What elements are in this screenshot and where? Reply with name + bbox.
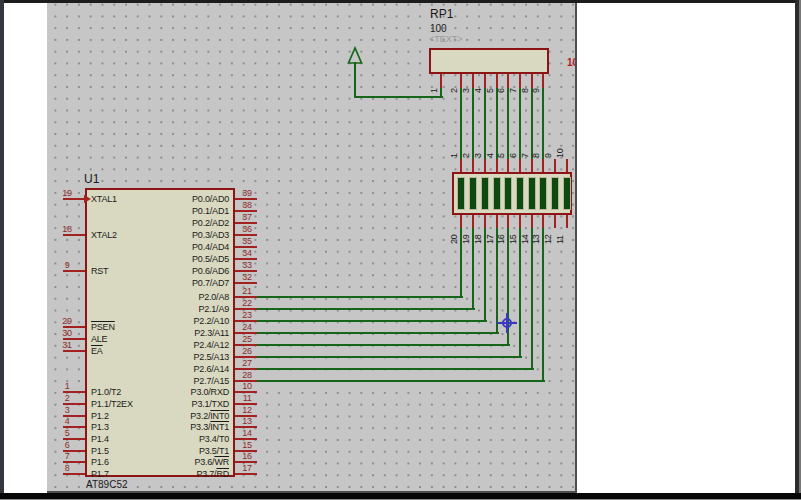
bargraph-pin-1[interactable] [460,159,462,172]
chip-pin-number: 36 [236,224,258,234]
chip-pin-number: 11 [236,393,258,403]
respack-pin-10-number: 10 [567,57,577,68]
wire-p2-0[interactable] [257,296,463,298]
chip-pin-number: 24 [236,322,258,332]
wire-p2-5[interactable] [519,227,521,358]
window-border-top [0,0,801,3]
window-border-bottom [0,493,801,500]
chip-pin-number: 21 [236,286,258,296]
chip-body[interactable]: XTAL1XTAL2RSTPSENALEEAP1.0/T2P1.1/T2EXP1… [85,188,235,477]
chip-pin-name: P2.3/A11 [194,328,229,338]
chip-pin-8[interactable] [63,473,85,475]
bargraph-pin-2[interactable] [472,159,474,172]
bargraph-pin-4[interactable] [496,159,498,172]
chip-pin-number: 9 [56,260,78,270]
respack-pin-number: 5 [485,72,496,93]
schematic-canvas[interactable]: U1 XTAL1XTAL2RSTPSENALEEAP1.0/T2P1.1/T2E… [47,3,577,493]
chip-pin-number: 4 [56,416,78,426]
chip-pin-9[interactable] [63,270,85,272]
bargraph-pin-8[interactable] [542,159,544,172]
chip-pin-number: 37 [236,212,258,222]
chip-pin-number: 29 [56,316,78,326]
wire-p2-7[interactable] [542,227,544,382]
chip-pin-number: 14 [236,428,258,438]
chip-pin-number: 33 [236,260,258,270]
bargraph-pin-number: 10 [555,136,566,158]
chip-pin-number: 17 [236,463,258,473]
chip-pin-name: P0.3/AD3 [192,230,229,240]
respack-text-placeholder: <TEXT> [429,35,463,44]
chip-pin-18[interactable] [63,234,85,236]
respack-pin-number: 7 [508,72,519,93]
chip-pin-number: 28 [236,370,258,380]
chip-pin-name: P0.2/AD2 [192,218,229,228]
chip-pin-number: 30 [56,328,78,338]
wire-p2-7[interactable] [257,380,545,382]
chip-pin-number: 26 [236,346,258,356]
respack-pin-number: 1 [429,72,440,93]
bargraph-pin-5[interactable] [507,159,509,172]
wire-power[interactable] [440,87,442,98]
bargraph-pin-number: 18 [473,222,484,244]
respack-pin-number: 6 [496,72,507,93]
bargraph-pin-number: 19 [461,222,472,244]
chip-pin-number: 16 [236,451,258,461]
chip-part-label: AT89C52 [86,479,128,490]
chip-pin-number: 34 [236,248,258,258]
chip-pin-name: ALE [91,334,107,344]
respack-pin-1[interactable] [440,74,442,88]
chip-pin-number: 22 [236,298,258,308]
chip-pin-name: P0.5/AD5 [192,254,229,264]
wire-p2-2[interactable] [257,320,487,322]
window-border-left [0,0,4,500]
bargraph-pin-6[interactable] [519,159,521,172]
chip-pin-number: 1 [56,381,78,391]
chip-pin-name: P1.1/T2EX [91,399,133,409]
chip-pin-name: P2.4/A12 [194,340,229,350]
chip-pin-number: 39 [236,188,258,198]
chip-pin-name: P3.0/RXD [191,387,229,397]
bargraph-pin-3[interactable] [484,159,486,172]
chip-pin-number: 8 [56,463,78,473]
respack-pin-9[interactable] [542,74,544,88]
clock-pin-icon [84,195,91,203]
chip-pin-name: P3.7/RD [196,469,229,479]
wire-power[interactable] [354,62,356,98]
chip-pin-19[interactable] [63,198,85,200]
chip-pin-number: 6 [56,440,78,450]
wire-power[interactable] [355,96,443,98]
chip-pin-number: 10 [236,381,258,391]
bargraph-pin-9[interactable] [554,159,556,172]
chip-pin-name: P1.6 [91,457,109,467]
wire-p2-1[interactable] [257,308,475,310]
bargraph-pin-7[interactable] [531,159,533,172]
wire-p2-6[interactable] [531,227,533,370]
bargraph-pin-11[interactable] [566,215,568,228]
chip-pin-name: XTAL2 [91,230,117,240]
led-segment [563,177,571,210]
wire-p2-6[interactable] [257,368,534,370]
wire-p2-5[interactable] [257,356,522,358]
chip-pin-name: P0.0/AD0 [192,194,229,204]
wire-p2-3[interactable] [257,332,499,334]
chip-pin-name: P3.4/T0 [199,434,229,444]
bargraph-pin-number: 11 [555,222,566,244]
wire-cursor-icon [497,313,517,333]
bargraph-pin-number: 7 [520,136,531,158]
bargraph-pin-10[interactable] [566,159,568,172]
chip-pin-name: P1.5 [91,446,109,456]
wire-p2-4[interactable] [257,344,510,346]
chip-pin-name: P0.6/AD6 [192,266,229,276]
bargraph-pin-number: 16 [496,222,507,244]
respack-pin-number: 8 [520,72,531,93]
chip-pin-17[interactable] [235,473,257,475]
respack-pin-number: 2 [449,72,460,93]
chip-pin-name: P2.1/A9 [198,304,229,314]
chip-pin-31[interactable] [63,350,85,352]
respack-pin-number: 3 [461,72,472,93]
respack-body[interactable] [429,48,549,74]
chip-pin-32[interactable] [235,282,257,284]
power-terminal-icon[interactable] [345,44,367,66]
bargraph-pin-number: 20 [449,222,460,244]
bargraph-pin-number: 5 [496,136,507,158]
